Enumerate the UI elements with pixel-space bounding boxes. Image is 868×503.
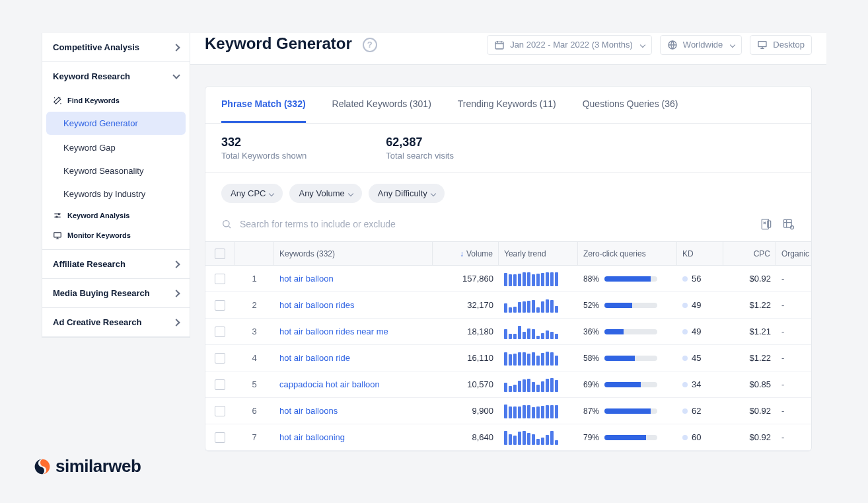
column-label: Yearly trend	[504, 249, 546, 258]
row-checkbox[interactable]	[215, 300, 225, 311]
row-checkbox[interactable]	[215, 353, 225, 364]
filter-difficulty[interactable]: Any Difficulty	[369, 184, 445, 203]
tab-questions-queries[interactable]: Questions Queries (36)	[583, 87, 678, 123]
svg-rect-2	[54, 233, 61, 237]
kd-cell: 49	[677, 327, 723, 336]
trend-chart	[504, 325, 573, 339]
col-keywords[interactable]: Keywords (332)	[274, 242, 433, 265]
column-label: Volume	[466, 249, 493, 258]
row-checkbox[interactable]	[215, 432, 225, 443]
col-organic[interactable]: Organic	[776, 242, 809, 265]
svg-rect-5	[758, 41, 766, 46]
col-cpc[interactable]: CPC	[723, 242, 776, 265]
chevron-right-icon	[172, 44, 180, 51]
trend-chart	[504, 351, 573, 366]
row-checkbox[interactable]	[215, 379, 225, 390]
select-all-checkbox[interactable]	[215, 249, 225, 259]
column-label: Keywords (332)	[279, 249, 335, 258]
sidebar-section-competitive[interactable]: Competitive Analysis	[42, 33, 190, 61]
row-checkbox[interactable]	[215, 274, 225, 284]
scope-label: Worldwide	[683, 40, 723, 50]
sidebar-section-affiliate[interactable]: Affiliate Research	[42, 250, 190, 278]
volume-value: 8,640	[433, 432, 499, 442]
tab-trending-keywords[interactable]: Trending Keywords (11)	[458, 87, 556, 123]
monitor-icon	[53, 231, 62, 240]
stat-value: 332	[221, 135, 307, 149]
organic-value: -	[776, 353, 809, 363]
volume-value: 9,900	[433, 406, 499, 416]
export-excel-icon[interactable]	[760, 217, 773, 231]
sidebar-section-keyword-research[interactable]: Keyword Research	[42, 62, 190, 91]
device-selector[interactable]: Desktop	[750, 35, 812, 55]
sliders-icon	[53, 211, 62, 220]
svg-point-0	[58, 213, 59, 215]
column-label: CPC	[754, 249, 770, 258]
keyword-link[interactable]: hot air balloons	[279, 406, 338, 416]
kd-indicator-dot	[682, 382, 688, 387]
keyword-link[interactable]: hot air balloon rides	[279, 300, 354, 310]
results-card: Phrase Match (332) Related Keywords (301…	[205, 86, 812, 451]
col-kd[interactable]: KD	[677, 242, 723, 265]
col-volume[interactable]: ↓Volume	[433, 242, 499, 265]
keyword-link[interactable]: hot air balloon rides near me	[279, 327, 388, 336]
stats-row: 332 Total Keywords shown 62,387 Total se…	[205, 124, 811, 173]
sidebar-group-find-keywords[interactable]: Find Keywords	[42, 91, 190, 110]
search-input[interactable]	[237, 213, 760, 235]
help-icon[interactable]: ?	[363, 38, 377, 52]
organic-value: -	[776, 379, 809, 389]
sidebar-group-label: Find Keywords	[67, 97, 120, 104]
sidebar-item-keyword-seasonality[interactable]: Keyword Seasonality	[42, 159, 190, 182]
sidebar-section-media-buying[interactable]: Media Buying Research	[42, 279, 190, 307]
kd-indicator-dot	[682, 408, 688, 414]
table-row: 1hot air balloon157,86088%56$0.92-	[205, 266, 811, 292]
kd-indicator-dot	[682, 356, 688, 361]
search-icon	[221, 219, 232, 229]
col-trend[interactable]: Yearly trend	[499, 242, 578, 265]
sidebar-item-keyword-generator[interactable]: Keyword Generator	[46, 112, 186, 135]
filter-cpc[interactable]: Any CPC	[221, 184, 283, 203]
kd-cell: 60	[677, 432, 723, 442]
stat-value: 62,387	[386, 135, 454, 149]
tab-related-keywords[interactable]: Related Keywords (301)	[332, 87, 431, 123]
sidebar-section-label: Competitive Analysis	[53, 42, 139, 52]
col-zeroclick[interactable]: Zero-click queries	[578, 242, 677, 265]
keyword-link[interactable]: cappadocia hot air balloon	[279, 379, 380, 389]
kd-indicator-dot	[682, 435, 688, 440]
row-checkbox[interactable]	[215, 406, 225, 416]
sidebar-item-keywords-by-industry[interactable]: Keywords by Industry	[42, 182, 190, 206]
row-checkbox[interactable]	[215, 327, 225, 337]
tab-phrase-match[interactable]: Phrase Match (332)	[221, 87, 306, 123]
table-settings-icon[interactable]	[782, 217, 795, 231]
filter-volume[interactable]: Any Volume	[289, 184, 361, 203]
chevron-down-icon	[431, 190, 436, 196]
date-range-selector[interactable]: Jan 2022 - Mar 2022 (3 Months)	[487, 35, 652, 55]
sidebar-item-label: Keyword Generator	[63, 118, 138, 128]
svg-point-1	[56, 216, 57, 217]
sidebar-item-keyword-gap[interactable]: Keyword Gap	[42, 136, 190, 159]
cpc-value: $1.21	[723, 327, 776, 336]
row-index: 3	[235, 327, 274, 336]
topbar: Keyword Generator ? Jan 2022 - Mar 2022 …	[190, 33, 826, 65]
volume-value: 157,860	[433, 274, 499, 284]
table-header: Keywords (332) ↓Volume Yearly trend Zero…	[205, 242, 811, 266]
keyword-link[interactable]: hot air balloon ride	[279, 353, 350, 363]
scope-selector[interactable]: Worldwide	[660, 35, 742, 55]
sidebar-group-keyword-analysis[interactable]: Keyword Analysis	[42, 206, 190, 225]
zero-click-pct: 36%	[583, 327, 599, 336]
keyword-link[interactable]: hot air ballooning	[279, 432, 345, 442]
chevron-right-icon	[172, 260, 180, 268]
sidebar-section-ad-creative[interactable]: Ad Creative Research	[42, 308, 190, 336]
trend-chart	[504, 430, 573, 445]
tab-label: Questions Queries (36)	[583, 98, 678, 109]
row-index: 2	[235, 300, 274, 310]
kd-value: 34	[692, 379, 701, 389]
volume-value: 32,170	[433, 300, 499, 310]
keyword-link[interactable]: hot air balloon	[279, 274, 334, 284]
trend-chart	[504, 404, 573, 418]
tab-label: Trending Keywords (11)	[458, 98, 556, 109]
sidebar-group-monitor-keywords[interactable]: Monitor Keywords	[42, 225, 190, 249]
svg-point-6	[223, 221, 229, 227]
cpc-value: $0.85	[723, 379, 776, 389]
row-index: 7	[235, 432, 274, 442]
desktop-icon	[757, 40, 768, 50]
